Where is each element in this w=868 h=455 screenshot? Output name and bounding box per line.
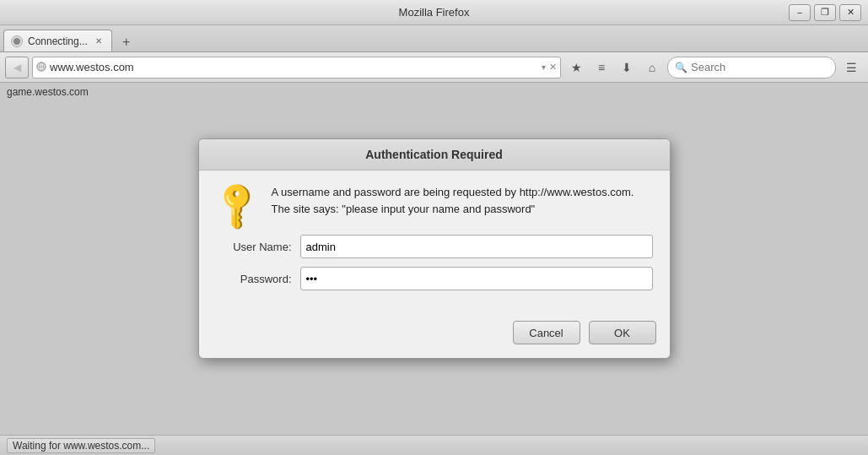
home-icon: ⌂ [649, 61, 655, 74]
window-title: Mozilla Firefox [399, 6, 470, 19]
dialog-body: 🔑 A username and password are being requ… [199, 171, 670, 312]
back-icon: ◀ [13, 62, 21, 73]
password-label: Password: [216, 273, 292, 285]
search-input[interactable] [691, 61, 828, 73]
window-controls: − ❐ ✕ [789, 4, 861, 21]
svg-point-0 [13, 38, 20, 45]
tab-favicon [11, 35, 23, 47]
title-bar: Mozilla Firefox − ❐ ✕ [0, 0, 868, 25]
toolbar-icons: ★ ≡ ⬇ ⌂ [564, 57, 664, 79]
auth-message: A username and password are being reques… [272, 184, 653, 217]
back-button[interactable]: ◀ [5, 57, 29, 79]
status-text: Waiting for www.westos.com... [7, 438, 155, 453]
username-label: User Name: [216, 241, 292, 253]
search-icon: 🔍 [675, 62, 687, 73]
ok-button[interactable]: OK [589, 321, 656, 344]
status-bar: Waiting for www.westos.com... [0, 435, 868, 455]
cancel-button[interactable]: Cancel [513, 321, 580, 344]
dialog-title: Authentication Required [199, 139, 670, 171]
address-clear-button[interactable]: ✕ [549, 62, 557, 73]
active-tab[interactable]: Connecting... ✕ [3, 30, 112, 51]
password-row: Password: [216, 267, 653, 290]
restore-button[interactable]: ❐ [814, 4, 836, 21]
bookmark-button[interactable]: ★ [564, 57, 588, 79]
reader-view-button[interactable]: ≡ [590, 57, 613, 79]
message-row: 🔑 A username and password are being requ… [216, 184, 653, 221]
password-input[interactable] [300, 267, 653, 290]
home-button[interactable]: ⌂ [640, 57, 664, 79]
username-row: User Name: [216, 235, 653, 258]
key-icon: 🔑 [210, 177, 264, 231]
new-tab-button[interactable]: + [116, 33, 137, 51]
auth-dialog: Authentication Required 🔑 A username and… [198, 138, 671, 359]
bookmark-icon: ★ [571, 61, 582, 74]
menu-icon: ☰ [846, 61, 857, 74]
tab-label: Connecting... [28, 35, 88, 47]
address-dropdown-icon[interactable]: ▾ [542, 62, 546, 72]
close-button[interactable]: ✕ [839, 4, 861, 21]
minimize-button[interactable]: − [789, 4, 811, 21]
address-favicon [36, 62, 46, 73]
modal-overlay: Authentication Required 🔑 A username and… [0, 83, 868, 414]
tab-bar: Connecting... ✕ + [0, 25, 868, 52]
download-button[interactable]: ⬇ [615, 57, 639, 79]
reader-view-icon: ≡ [598, 61, 605, 74]
tab-close-button[interactable]: ✕ [93, 35, 105, 47]
address-input[interactable] [50, 61, 538, 73]
download-icon: ⬇ [622, 61, 632, 74]
menu-button[interactable]: ☰ [839, 57, 863, 79]
dialog-footer: Cancel OK [199, 312, 670, 358]
search-bar[interactable]: 🔍 [667, 57, 836, 79]
nav-bar: ◀ ▾ ✕ ★ ≡ ⬇ ⌂ 🔍 ☰ [0, 52, 868, 83]
content-area: game.westos.com Authentication Required … [0, 83, 868, 435]
username-input[interactable] [300, 235, 653, 258]
address-bar[interactable]: ▾ ✕ [32, 57, 561, 79]
